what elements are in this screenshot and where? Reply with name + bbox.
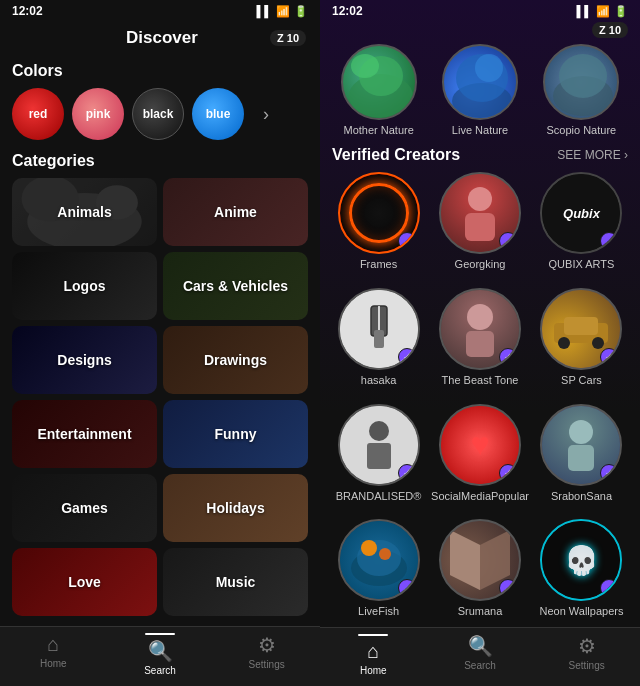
qubix-verified: ✓ <box>600 232 618 250</box>
svg-rect-23 <box>367 443 391 469</box>
color-pink[interactable]: pink <box>72 88 124 140</box>
creator-frames[interactable]: ✓ Frames <box>332 172 425 280</box>
brand-name: BRANDALISED® <box>336 490 422 502</box>
colors-more[interactable]: › <box>252 88 280 140</box>
creator-beast[interactable]: ✓ The Beast Tone <box>431 288 529 396</box>
svg-point-11 <box>468 187 492 211</box>
georgking-avatar: ✓ <box>439 172 521 254</box>
svg-point-10 <box>559 54 607 98</box>
creator-srabon[interactable]: ✓ SrabonSana <box>535 404 628 512</box>
social-avatar: ♥ ✓ <box>439 404 521 486</box>
nav-settings-right[interactable]: ⚙ Settings <box>533 634 640 676</box>
settings-label-right: Settings <box>569 660 605 671</box>
beast-avatar: ✓ <box>439 288 521 370</box>
spcars-name: SP Cars <box>561 374 602 386</box>
creator-georgking[interactable]: ✓ Georgking <box>431 172 529 280</box>
creator-qubix[interactable]: Qubix ✓ QUBIX ARTS <box>535 172 628 280</box>
nature-live[interactable]: Live Nature <box>442 44 518 136</box>
svg-point-8 <box>475 54 503 82</box>
category-logos[interactable]: Logos <box>12 252 157 320</box>
search-label-right: Search <box>464 660 496 671</box>
svg-point-5 <box>351 54 379 78</box>
cat-logos-label: Logos <box>64 278 106 294</box>
category-cars[interactable]: Cars & Vehicles <box>163 252 308 320</box>
cat-holidays-label: Holidays <box>206 500 264 516</box>
creator-hasaka[interactable]: ✓ hasaka <box>332 288 425 396</box>
nature-mother[interactable]: Mother Nature <box>341 44 417 136</box>
settings-icon-left: ⚙ <box>258 633 276 657</box>
nav-search-right[interactable]: 🔍 Search <box>427 634 534 676</box>
creator-social[interactable]: ♥ ✓ SocialMediaPopular <box>431 404 529 512</box>
search-icon-right: 🔍 <box>468 634 493 658</box>
srabon-name: SrabonSana <box>551 490 612 502</box>
status-bar-left: 12:02 ▌▌ 📶 🔋 <box>0 0 320 22</box>
social-verified: ✓ <box>499 464 517 482</box>
creator-spcars[interactable]: ✓ SP Cars <box>535 288 628 396</box>
svg-point-20 <box>558 337 570 349</box>
livefish-verified: ✓ <box>398 579 416 597</box>
home-label-left: Home <box>40 658 67 669</box>
georgking-name: Georgking <box>455 258 506 270</box>
right-panel: 12:02 ▌▌ 📶 🔋 Z 10 Mother Nature Live Nat… <box>320 0 640 686</box>
category-holidays[interactable]: Holidays <box>163 474 308 542</box>
creator-livefish[interactable]: ✓ LiveFish <box>332 519 425 627</box>
category-funny[interactable]: Funny <box>163 400 308 468</box>
srumana-avatar: ✓ <box>439 519 521 601</box>
qubix-avatar: Qubix ✓ <box>540 172 622 254</box>
battery-icon: 🔋 <box>294 5 308 18</box>
color-black[interactable]: black <box>132 88 184 140</box>
svg-rect-12 <box>465 213 495 241</box>
social-name: SocialMediaPopular <box>431 490 529 502</box>
nav-home-left[interactable]: ⌂ Home <box>0 633 107 676</box>
category-animals[interactable]: Animals <box>12 178 157 246</box>
nav-home-right[interactable]: ⌂ Home <box>320 634 427 676</box>
svg-point-21 <box>592 337 604 349</box>
category-music[interactable]: Music <box>163 548 308 616</box>
cat-designs-label: Designs <box>57 352 111 368</box>
category-anime[interactable]: Anime <box>163 178 308 246</box>
color-red[interactable]: red <box>12 88 64 140</box>
nature-scopio[interactable]: Scopio Nature <box>543 44 619 136</box>
color-blue[interactable]: blue <box>192 88 244 140</box>
home-underline <box>358 634 388 636</box>
qubix-text: Qubix <box>563 206 600 221</box>
status-icons-left: ▌▌ 📶 🔋 <box>256 5 308 18</box>
frames-name: Frames <box>360 258 397 270</box>
home-icon-right: ⌂ <box>367 640 379 663</box>
srabon-verified: ✓ <box>600 464 618 482</box>
nav-search-left[interactable]: 🔍 Search <box>107 633 214 676</box>
svg-point-16 <box>467 304 493 330</box>
category-entertainment[interactable]: Entertainment <box>12 400 157 468</box>
color-blue-label: blue <box>206 107 231 121</box>
creator-neon[interactable]: 💀 ✓ Neon Wallpapers <box>535 519 628 627</box>
georgking-verified: ✓ <box>499 232 517 250</box>
creator-brand[interactable]: ✓ BRANDALISED® <box>332 404 425 512</box>
home-label-right: Home <box>360 665 387 676</box>
categories-section: Categories Animals Anime Logos Cars & Ve… <box>0 144 320 626</box>
svg-rect-15 <box>374 330 384 348</box>
svg-point-28 <box>361 540 377 556</box>
search-icon-left: 🔍 <box>148 639 173 663</box>
qubix-name: QUBIX ARTS <box>549 258 615 270</box>
creator-srumana[interactable]: ✓ Srumana <box>431 519 529 627</box>
see-more-button[interactable]: SEE MORE › <box>557 148 628 162</box>
cat-funny-label: Funny <box>215 426 257 442</box>
cat-anime-label: Anime <box>214 204 257 220</box>
z-badge-right: Z 10 <box>592 22 628 38</box>
category-drawings[interactable]: Drawings <box>163 326 308 394</box>
categories-grid: Animals Anime Logos Cars & Vehicles Desi… <box>12 178 308 616</box>
category-designs[interactable]: Designs <box>12 326 157 394</box>
heart-icon: ♥ <box>471 426 490 463</box>
signal-icon-right: ▌▌ <box>576 5 592 17</box>
home-icon-left: ⌂ <box>47 633 59 656</box>
signal-icon: ▌▌ <box>256 5 272 17</box>
frames-avatar: ✓ <box>338 172 420 254</box>
status-bar-right: 12:02 ▌▌ 📶 🔋 <box>320 0 640 22</box>
wifi-icon: 📶 <box>276 5 290 18</box>
left-panel: 12:02 ▌▌ 📶 🔋 Discover Z 10 Colors red pi… <box>0 0 320 686</box>
category-love[interactable]: Love <box>12 548 157 616</box>
svg-rect-17 <box>466 331 494 357</box>
category-games[interactable]: Games <box>12 474 157 542</box>
livefish-avatar: ✓ <box>338 519 420 601</box>
nav-settings-left[interactable]: ⚙ Settings <box>213 633 320 676</box>
